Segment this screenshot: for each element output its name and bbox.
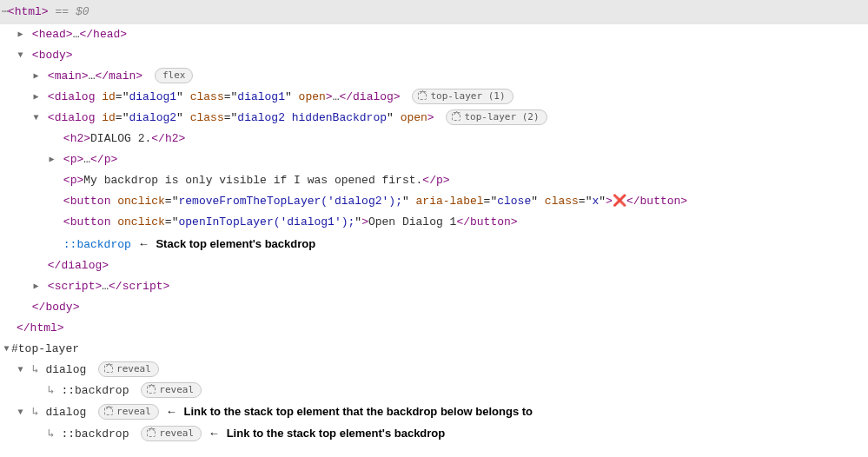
expand-icon[interactable]: ▶: [31, 279, 41, 295]
node-body-close[interactable]: </body>: [0, 297, 868, 318]
reveal-badge[interactable]: reveal: [98, 404, 159, 420]
reveal-badge[interactable]: reveal: [141, 382, 202, 398]
return-icon: ↳: [32, 363, 39, 376]
dashed-box-icon: [452, 112, 461, 121]
dashed-box-icon: [418, 91, 427, 100]
node-backdrop-pseudo[interactable]: ::backdrop ← Stack top element's backdro…: [0, 234, 868, 255]
expand-icon[interactable]: ▶: [31, 89, 41, 106]
annotation-dialog-link: Link to the stack top element that the b…: [183, 405, 533, 418]
node-p-collapsed[interactable]: ▶ <p>…</p>: [0, 149, 868, 170]
top-layer-badge-2[interactable]: top-layer (2): [446, 109, 547, 125]
collapse-icon[interactable]: ▼: [16, 48, 25, 64]
top-layer-badge-1[interactable]: top-layer (1): [412, 89, 513, 104]
node-button-open[interactable]: <button onclick="openInTopLayer('dialog1…: [0, 212, 868, 233]
node-p-text[interactable]: <p>My backdrop is only visible if I was …: [0, 170, 868, 191]
collapse-icon[interactable]: ▼: [31, 110, 41, 127]
node-html-close[interactable]: </html>: [0, 318, 868, 339]
expand-icon[interactable]: ▶: [16, 27, 25, 43]
node-dialog2-open[interactable]: ▼ <dialog id="dialog2" class="dialog2 hi…: [0, 108, 868, 129]
reveal-badge[interactable]: reveal: [141, 426, 202, 441]
node-dialog1[interactable]: ▶ <dialog id="dialog1" class="dialog1" o…: [0, 87, 868, 108]
flex-badge: flex: [155, 68, 194, 83]
selected-node-row[interactable]: ⋯<html> == $0: [0, 0, 868, 24]
collapse-icon[interactable]: ▼: [16, 405, 25, 421]
ellipsis-icon: ⋯: [2, 5, 8, 18]
node-head[interactable]: ▶ <head>…</head>: [0, 24, 868, 45]
console-selected-marker: == $0: [49, 5, 89, 18]
node-body-open[interactable]: ▼ <body>: [0, 45, 868, 66]
collapse-icon[interactable]: ▼: [16, 362, 25, 379]
top-layer-item-dialog-1[interactable]: ▼ ↳ dialog reveal: [0, 360, 868, 381]
tag-html: html: [15, 5, 42, 18]
node-script[interactable]: ▶ <script>…</script>: [0, 276, 868, 297]
x-icon: ❌: [613, 195, 626, 208]
return-icon: ↳: [48, 384, 55, 397]
dashed-box-icon: [104, 407, 113, 415]
collapse-icon[interactable]: ▼: [2, 341, 11, 358]
dashed-box-icon: [104, 364, 113, 373]
dashed-box-icon: [147, 385, 156, 394]
expand-icon[interactable]: ▶: [31, 69, 41, 85]
reveal-badge[interactable]: reveal: [98, 361, 159, 377]
annotation-backdrop-link: Link to the stack top element's backdrop: [227, 427, 446, 440]
node-main[interactable]: ▶ <main>…</main> flex: [0, 66, 868, 87]
dashed-box-icon: [147, 428, 156, 437]
node-dialog2-close[interactable]: </dialog>: [0, 255, 868, 276]
return-icon: ↳: [48, 427, 55, 440]
top-layer-item-backdrop-1[interactable]: ↳ ::backdrop reveal: [0, 381, 868, 401]
annotation-backdrop: Stack top element's backdrop: [156, 237, 315, 250]
top-layer-header[interactable]: ▼#top-layer: [0, 339, 868, 360]
top-layer-item-dialog-2[interactable]: ▼ ↳ dialog reveal ← Link to the stack to…: [0, 401, 868, 423]
top-layer-item-backdrop-2[interactable]: ↳ ::backdrop reveal ← Link to the stack …: [0, 423, 868, 445]
expand-icon[interactable]: ▶: [47, 152, 56, 169]
node-h2[interactable]: <h2>DIALOG 2.</h2>: [0, 129, 868, 149]
return-icon: ↳: [32, 406, 39, 419]
node-button-close[interactable]: <button onclick="removeFromTheTopLayer('…: [0, 191, 868, 212]
